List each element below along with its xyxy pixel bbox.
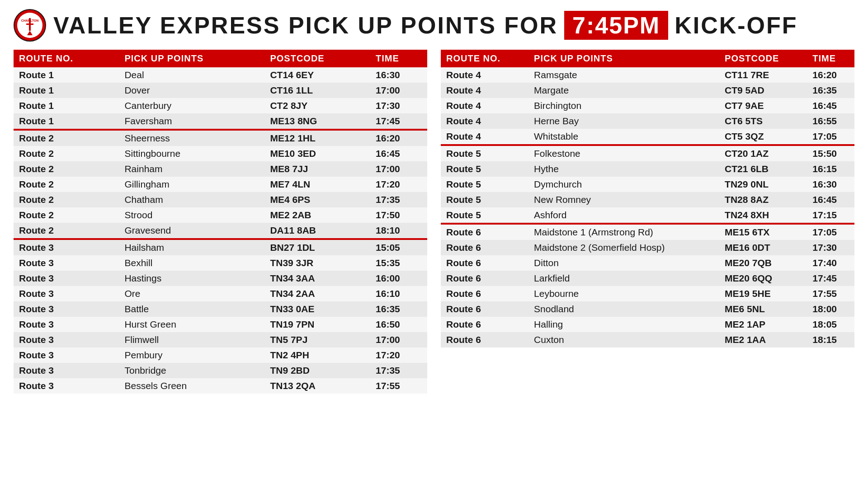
- table-row: Route 4RamsgateCT11 7RE16:20: [441, 67, 854, 83]
- postcode-cell: TN39 3JR: [264, 255, 370, 271]
- postcode-cell: ME2 1AP: [719, 317, 807, 332]
- time-cell: 16:30: [370, 67, 427, 83]
- route-number-cell: Route 3: [14, 347, 119, 363]
- time-cell: 18:00: [807, 301, 854, 317]
- pickup-point-cell: Tonbridge: [119, 363, 264, 378]
- time-cell: 17:50: [370, 207, 427, 223]
- pickup-point-cell: Bessels Green: [119, 378, 264, 394]
- svg-rect-5: [26, 23, 33, 25]
- right-table: ROUTE NO. PICK UP POINTS POSTCODE TIME R…: [441, 50, 854, 347]
- route-number-cell: Route 1: [14, 113, 119, 129]
- postcode-cell: ME7 4LN: [264, 177, 370, 192]
- table-row: Route 5DymchurchTN29 0NL16:30: [441, 177, 854, 192]
- page-header: CHARLTON ATHLETIC VALLEY EXPRESS PICK UP…: [14, 9, 854, 42]
- time-cell: 16:15: [807, 161, 854, 177]
- pickup-point-cell: Deal: [119, 67, 264, 83]
- postcode-cell: ME10 3ED: [264, 146, 370, 161]
- route-number-cell: Route 6: [441, 317, 528, 332]
- postcode-cell: TN5 7PJ: [264, 332, 370, 347]
- postcode-cell: TN33 0AE: [264, 301, 370, 317]
- postcode-cell: CT2 8JY: [264, 98, 370, 113]
- table-row: Route 2GravesendDA11 8AB18:10: [14, 223, 427, 238]
- left-table: ROUTE NO. PICK UP POINTS POSTCODE TIME R…: [14, 50, 427, 394]
- title-text-after: KICK-OFF: [675, 12, 797, 39]
- postcode-cell: ME19 5HE: [719, 286, 807, 301]
- time-cell: 16:20: [370, 131, 427, 146]
- pickup-point-cell: Whitstable: [528, 129, 719, 144]
- route-number-cell: Route 3: [14, 255, 119, 271]
- pickup-point-cell: Sittingbourne: [119, 146, 264, 161]
- kickoff-time-badge: 7:45PM: [564, 11, 668, 40]
- time-cell: 16:45: [807, 192, 854, 207]
- route-number-cell: Route 4: [441, 83, 528, 98]
- table-row: Route 2SittingbourneME10 3ED16:45: [14, 146, 427, 161]
- route-number-cell: Route 6: [441, 286, 528, 301]
- time-cell: 17:35: [370, 363, 427, 378]
- pickup-point-cell: Ore: [119, 286, 264, 301]
- time-cell: 17:40: [807, 255, 854, 271]
- postcode-cell: ME4 6PS: [264, 192, 370, 207]
- right-col-time: TIME: [807, 50, 854, 67]
- time-cell: 17:55: [807, 286, 854, 301]
- table-row: Route 5New RomneyTN28 8AZ16:45: [441, 192, 854, 207]
- route-number-cell: Route 3: [14, 301, 119, 317]
- club-logo: CHARLTON ATHLETIC: [14, 9, 46, 42]
- table-row: Route 4MargateCT9 5AD16:35: [441, 83, 854, 98]
- postcode-cell: CT16 1LL: [264, 83, 370, 98]
- table-row: Route 2ChathamME4 6PS17:35: [14, 192, 427, 207]
- pickup-point-cell: Bexhill: [119, 255, 264, 271]
- route-number-cell: Route 4: [441, 113, 528, 129]
- table-row: Route 5HytheCT21 6LB16:15: [441, 161, 854, 177]
- time-cell: 17:20: [370, 347, 427, 363]
- table-row: Route 3BexhillTN39 3JR15:35: [14, 255, 427, 271]
- pickup-point-cell: Maidstone 2 (Somerfield Hosp): [528, 240, 719, 255]
- route-number-cell: Route 5: [441, 192, 528, 207]
- left-col-route: ROUTE NO.: [14, 50, 119, 67]
- route-number-cell: Route 6: [441, 332, 528, 347]
- route-number-cell: Route 4: [441, 67, 528, 83]
- postcode-cell: TN29 0NL: [719, 177, 807, 192]
- left-col-postcode: POSTCODE: [264, 50, 370, 67]
- pickup-point-cell: Battle: [119, 301, 264, 317]
- pickup-point-cell: Hailsham: [119, 240, 264, 255]
- route-number-cell: Route 2: [14, 207, 119, 223]
- postcode-cell: CT20 1AZ: [719, 146, 807, 161]
- time-cell: 17:30: [807, 240, 854, 255]
- tables-container: ROUTE NO. PICK UP POINTS POSTCODE TIME R…: [14, 50, 854, 394]
- pickup-point-cell: Leybourne: [528, 286, 719, 301]
- route-number-cell: Route 3: [14, 240, 119, 255]
- table-row: Route 3OreTN34 2AA16:10: [14, 286, 427, 301]
- route-number-cell: Route 6: [441, 301, 528, 317]
- table-row: Route 3BattleTN33 0AE16:35: [14, 301, 427, 317]
- table-row: Route 5FolkestoneCT20 1AZ15:50: [441, 146, 854, 161]
- table-row: Route 6LeybourneME19 5HE17:55: [441, 286, 854, 301]
- header-title: VALLEY EXPRESS PICK UP POINTS FOR 7:45PM…: [53, 11, 798, 40]
- time-cell: 16:45: [807, 98, 854, 113]
- route-number-cell: Route 5: [441, 177, 528, 192]
- postcode-cell: TN9 2BD: [264, 363, 370, 378]
- right-col-postcode: POSTCODE: [719, 50, 807, 67]
- pickup-point-cell: Dymchurch: [528, 177, 719, 192]
- pickup-point-cell: Hastings: [119, 271, 264, 286]
- left-table-section: ROUTE NO. PICK UP POINTS POSTCODE TIME R…: [14, 50, 427, 394]
- table-row: Route 5AshfordTN24 8XH17:15: [441, 207, 854, 223]
- postcode-cell: CT14 6EY: [264, 67, 370, 83]
- time-cell: 17:05: [807, 225, 854, 240]
- time-cell: 16:00: [370, 271, 427, 286]
- svg-text:ATHLETIC: ATHLETIC: [23, 38, 37, 40]
- postcode-cell: ME13 8NG: [264, 113, 370, 129]
- pickup-point-cell: Ashford: [528, 207, 719, 223]
- table-row: Route 2GillinghamME7 4LN17:20: [14, 177, 427, 192]
- table-row: Route 4BirchingtonCT7 9AE16:45: [441, 98, 854, 113]
- postcode-cell: TN2 4PH: [264, 347, 370, 363]
- table-row: Route 4WhitstableCT5 3QZ17:05: [441, 129, 854, 144]
- table-row: Route 6Maidstone 1 (Armstrong Rd)ME15 6T…: [441, 225, 854, 240]
- pickup-point-cell: Gillingham: [119, 177, 264, 192]
- route-number-cell: Route 3: [14, 317, 119, 332]
- time-cell: 17:00: [370, 332, 427, 347]
- table-row: Route 1CanterburyCT2 8JY17:30: [14, 98, 427, 113]
- postcode-cell: CT9 5AD: [719, 83, 807, 98]
- route-number-cell: Route 6: [441, 240, 528, 255]
- time-cell: 15:50: [807, 146, 854, 161]
- time-cell: 16:30: [807, 177, 854, 192]
